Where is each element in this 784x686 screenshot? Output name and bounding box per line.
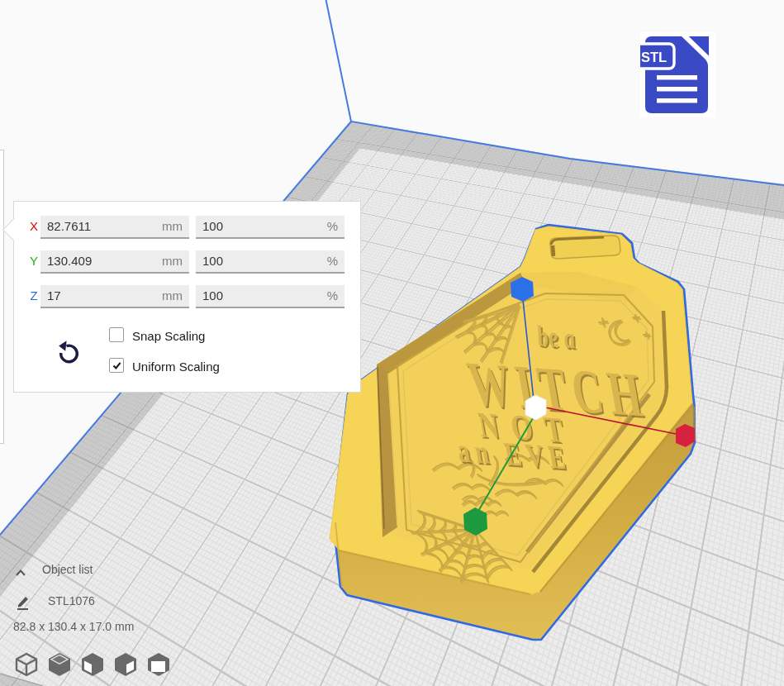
svg-text:be a: be a bbox=[534, 320, 577, 355]
svg-text:STL: STL bbox=[641, 50, 667, 64]
